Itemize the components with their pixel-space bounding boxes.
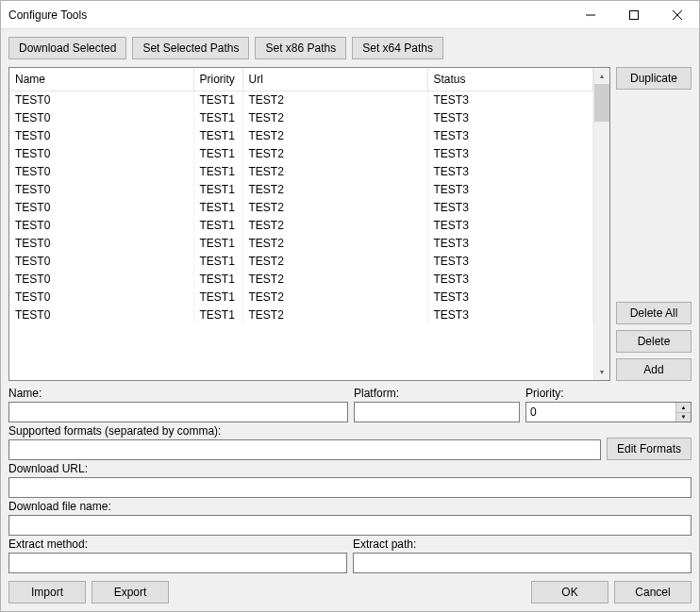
cell-name: TEST0 — [9, 180, 193, 198]
name-label: Name: — [8, 387, 348, 400]
export-button[interactable]: Export — [92, 581, 169, 604]
cell-status: TEST3 — [427, 198, 593, 216]
cell-name: TEST0 — [9, 288, 193, 306]
cell-name: TEST0 — [9, 108, 193, 126]
spin-down-icon[interactable]: ▼ — [676, 413, 691, 422]
cell-status: TEST3 — [427, 252, 593, 270]
cell-url: TEST2 — [242, 252, 427, 270]
table-row[interactable]: TEST0TEST1TEST2TEST3 — [9, 198, 593, 216]
window-title: Configure Tools — [8, 8, 569, 22]
col-header-name[interactable]: Name — [9, 68, 193, 91]
cell-name: TEST0 — [9, 270, 193, 288]
add-button[interactable]: Add — [616, 358, 692, 381]
tools-table[interactable]: Name Priority Url Status TEST0TEST1TEST2… — [8, 67, 610, 381]
priority-label: Priority: — [525, 387, 692, 400]
cell-name: TEST0 — [9, 162, 193, 180]
table-row[interactable]: TEST0TEST1TEST2TEST3 — [9, 108, 593, 126]
supported-formats-input[interactable] — [8, 439, 601, 460]
minimize-button[interactable] — [569, 1, 612, 29]
cell-priority: TEST1 — [193, 288, 242, 306]
set-selected-paths-button[interactable]: Set Selected Paths — [132, 37, 249, 59]
cell-url: TEST2 — [242, 288, 427, 306]
download-url-input[interactable] — [8, 477, 692, 498]
cell-status: TEST3 — [427, 306, 593, 323]
spin-up-icon[interactable]: ▲ — [676, 403, 691, 413]
side-button-panel: Duplicate Delete All Delete Add — [616, 67, 692, 381]
delete-button[interactable]: Delete — [616, 330, 692, 353]
cell-status: TEST3 — [427, 216, 593, 234]
cell-priority: TEST1 — [193, 252, 242, 270]
delete-all-button[interactable]: Delete All — [616, 302, 692, 324]
table-header-row: Name Priority Url Status — [9, 68, 593, 91]
priority-spinner[interactable]: ▲ ▼ — [525, 402, 692, 422]
cell-priority: TEST1 — [193, 91, 242, 108]
cell-name: TEST0 — [9, 216, 193, 234]
table-row[interactable]: TEST0TEST1TEST2TEST3 — [9, 306, 593, 323]
cell-status: TEST3 — [427, 144, 593, 162]
cell-status: TEST3 — [427, 180, 593, 198]
cell-url: TEST2 — [242, 108, 427, 126]
platform-label: Platform: — [354, 387, 520, 400]
cancel-button[interactable]: Cancel — [614, 581, 692, 604]
cell-priority: TEST1 — [193, 162, 242, 180]
duplicate-button[interactable]: Duplicate — [616, 67, 692, 90]
cell-url: TEST2 — [242, 162, 427, 180]
cell-name: TEST0 — [9, 234, 193, 252]
download-filename-input[interactable] — [8, 515, 692, 536]
ok-button[interactable]: OK — [531, 581, 608, 604]
scrollbar-thumb[interactable] — [594, 84, 609, 122]
cell-priority: TEST1 — [193, 126, 242, 144]
cell-name: TEST0 — [9, 306, 193, 323]
table-row[interactable]: TEST0TEST1TEST2TEST3 — [9, 144, 593, 162]
cell-status: TEST3 — [427, 234, 593, 252]
cell-url: TEST2 — [242, 91, 427, 108]
cell-priority: TEST1 — [193, 198, 242, 216]
cell-name: TEST0 — [9, 91, 193, 108]
col-header-url[interactable]: Url — [242, 68, 427, 91]
download-selected-button[interactable]: Download Selected — [8, 37, 126, 59]
set-x64-paths-button[interactable]: Set x64 Paths — [352, 37, 443, 59]
table-row[interactable]: TEST0TEST1TEST2TEST3 — [9, 252, 593, 270]
name-input[interactable] — [8, 402, 348, 422]
table-row[interactable]: TEST0TEST1TEST2TEST3 — [9, 216, 593, 234]
extract-method-input[interactable] — [8, 553, 347, 573]
table-row[interactable]: TEST0TEST1TEST2TEST3 — [9, 234, 593, 252]
col-header-status[interactable]: Status — [427, 68, 593, 91]
top-toolbar: Download Selected Set Selected Paths Set… — [8, 37, 692, 59]
cell-status: TEST3 — [427, 288, 593, 306]
cell-url: TEST2 — [242, 126, 427, 144]
set-x86-paths-button[interactable]: Set x86 Paths — [255, 37, 346, 59]
table-row[interactable]: TEST0TEST1TEST2TEST3 — [9, 162, 593, 180]
cell-priority: TEST1 — [193, 108, 242, 126]
table-row[interactable]: TEST0TEST1TEST2TEST3 — [9, 180, 593, 198]
cell-name: TEST0 — [9, 144, 193, 162]
cell-priority: TEST1 — [193, 144, 242, 162]
table-row[interactable]: TEST0TEST1TEST2TEST3 — [9, 288, 593, 306]
scroll-up-icon[interactable]: ▴ — [594, 68, 609, 84]
cell-status: TEST3 — [427, 108, 593, 126]
supported-formats-label: Supported formats (separated by comma): — [8, 424, 601, 438]
cell-url: TEST2 — [242, 306, 427, 323]
extract-path-label: Extract path: — [353, 538, 692, 551]
configure-tools-window: Configure Tools Download Selected Set Se… — [0, 0, 700, 612]
extract-path-input[interactable] — [353, 553, 692, 573]
edit-formats-button[interactable]: Edit Formats — [607, 438, 692, 460]
close-button[interactable] — [656, 1, 699, 29]
vertical-scrollbar[interactable]: ▴ ▾ — [593, 68, 609, 380]
scroll-down-icon[interactable]: ▾ — [594, 364, 609, 380]
cell-url: TEST2 — [242, 144, 427, 162]
table-row[interactable]: TEST0TEST1TEST2TEST3 — [9, 91, 593, 108]
import-button[interactable]: Import — [8, 581, 86, 604]
maximize-button[interactable] — [612, 1, 656, 29]
priority-input[interactable] — [526, 403, 675, 422]
table-row[interactable]: TEST0TEST1TEST2TEST3 — [9, 270, 593, 288]
cell-status: TEST3 — [427, 270, 593, 288]
table-row[interactable]: TEST0TEST1TEST2TEST3 — [9, 126, 593, 144]
platform-input[interactable] — [354, 402, 520, 422]
cell-priority: TEST1 — [193, 306, 242, 323]
cell-status: TEST3 — [427, 91, 593, 108]
col-header-priority[interactable]: Priority — [193, 68, 242, 91]
svg-rect-1 — [630, 10, 639, 19]
cell-priority: TEST1 — [193, 234, 242, 252]
download-filename-label: Download file name: — [8, 500, 692, 513]
